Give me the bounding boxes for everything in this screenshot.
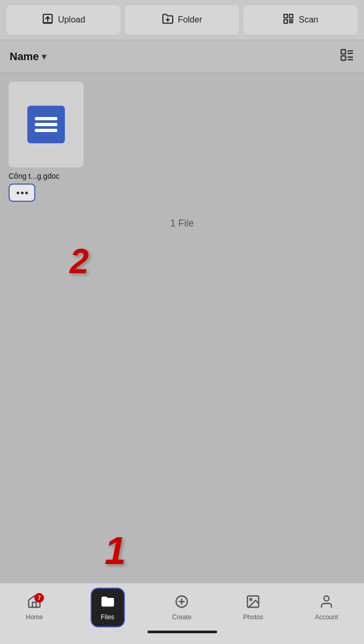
svg-rect-11 <box>341 50 346 54</box>
top-action-bar: Upload Folder Scan <box>0 0 364 40</box>
chevron-down-icon: ▾ <box>42 52 46 62</box>
dot-2 <box>21 192 24 194</box>
dot-3 <box>25 192 28 194</box>
list-item: Công t...g.gdoc <box>9 82 84 202</box>
photos-icon <box>246 594 261 611</box>
file-grid: Công t...g.gdoc 2 1 File <box>0 73 364 395</box>
sort-name-label: Name <box>10 50 39 63</box>
annotation-number-2: 2 <box>70 241 89 281</box>
folder-button[interactable]: Folder <box>125 5 239 34</box>
create-icon <box>174 594 189 611</box>
nav-item-create[interactable]: Create <box>168 592 196 623</box>
upload-label: Upload <box>58 15 85 25</box>
scan-icon <box>283 13 294 27</box>
file-count: 1 File <box>9 202 355 245</box>
home-indicator <box>147 631 217 633</box>
folder-label: Folder <box>178 15 202 25</box>
scan-label: Scan <box>299 15 318 25</box>
account-icon <box>319 594 334 611</box>
home-badge: 7 <box>34 593 44 603</box>
gdoc-line-3 <box>35 129 57 132</box>
scan-button[interactable]: Scan <box>243 5 358 34</box>
svg-point-21 <box>250 598 252 601</box>
upload-button[interactable]: Upload <box>6 5 121 34</box>
nav-items: 7 Home Files Create <box>0 588 364 627</box>
create-label: Create <box>172 613 191 621</box>
view-toggle-button[interactable] <box>339 48 354 65</box>
upload-icon <box>42 13 54 27</box>
files-label: Files <box>101 613 114 621</box>
files-icon <box>100 594 115 611</box>
svg-point-22 <box>324 596 329 601</box>
file-name: Công t...g.gdoc <box>9 172 60 180</box>
gdoc-line-2 <box>35 123 57 126</box>
nav-item-home[interactable]: 7 Home <box>21 592 47 623</box>
nav-item-photos[interactable]: Photos <box>239 592 268 623</box>
sort-bar: Name ▾ <box>0 40 364 72</box>
svg-rect-6 <box>289 14 293 18</box>
folder-icon <box>162 13 174 27</box>
gdoc-icon <box>27 106 65 143</box>
svg-rect-12 <box>341 56 346 60</box>
more-options-button[interactable] <box>9 184 35 202</box>
photos-label: Photos <box>243 613 263 621</box>
home-label: Home <box>26 613 43 621</box>
nav-item-files[interactable]: Files <box>91 588 125 627</box>
sort-selector[interactable]: Name ▾ <box>10 50 46 63</box>
annotation-number-1: 1 <box>105 529 126 573</box>
gdoc-line-1 <box>35 117 57 120</box>
svg-rect-7 <box>284 20 287 23</box>
bottom-nav: 7 Home Files Create <box>0 583 364 644</box>
nav-item-account[interactable]: Account <box>310 592 342 623</box>
svg-rect-5 <box>284 14 287 18</box>
account-label: Account <box>315 613 338 621</box>
home-icon <box>27 602 42 611</box>
file-thumbnail[interactable] <box>9 82 84 167</box>
dot-1 <box>17 192 19 194</box>
